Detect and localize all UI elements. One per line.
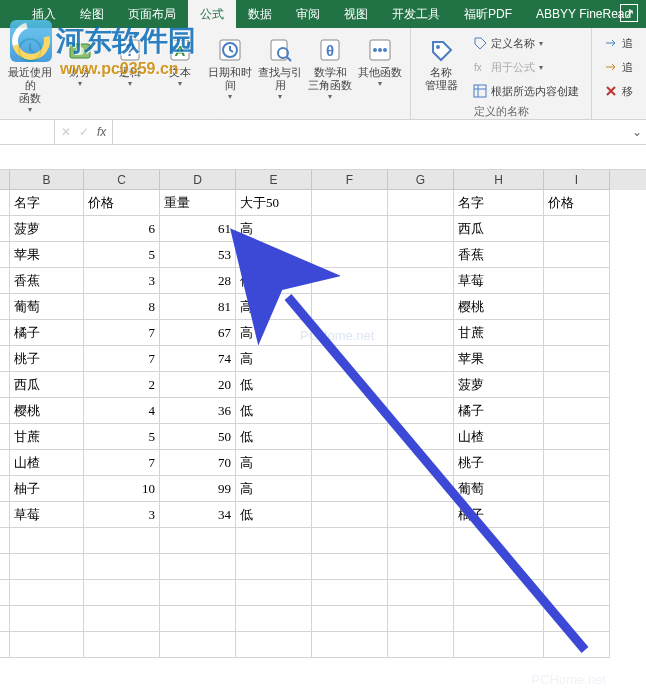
tab-developer[interactable]: 开发工具 — [380, 0, 452, 28]
cell[interactable]: 名字 — [10, 190, 84, 216]
spreadsheet-grid[interactable]: B C D E F G H I 名字价格重量大于50名字价格菠萝661高西瓜苹果… — [0, 170, 646, 658]
tab-formulas[interactable]: 公式 — [188, 0, 236, 28]
cell[interactable] — [312, 346, 388, 372]
cell[interactable] — [544, 294, 610, 320]
cell[interactable] — [160, 632, 236, 658]
cell[interactable] — [0, 502, 10, 528]
cell[interactable]: 柚子 — [454, 502, 544, 528]
cell[interactable]: 50 — [160, 424, 236, 450]
cell[interactable]: 桃子 — [10, 346, 84, 372]
cell[interactable] — [236, 528, 312, 554]
cell[interactable] — [454, 528, 544, 554]
cell[interactable] — [0, 632, 10, 658]
cell[interactable]: 高 — [236, 450, 312, 476]
col-header-B[interactable]: B — [10, 170, 84, 190]
cell[interactable] — [312, 398, 388, 424]
cell[interactable]: 34 — [160, 502, 236, 528]
cell[interactable] — [0, 398, 10, 424]
cell[interactable] — [454, 606, 544, 632]
cell[interactable] — [388, 580, 454, 606]
cell[interactable]: 53 — [160, 242, 236, 268]
tab-draw[interactable]: 绘图 — [68, 0, 116, 28]
cell[interactable]: 28 — [160, 268, 236, 294]
cell[interactable] — [544, 242, 610, 268]
cell[interactable]: 高 — [236, 476, 312, 502]
cell[interactable] — [544, 268, 610, 294]
cell[interactable] — [0, 476, 10, 502]
cancel-icon[interactable]: ✕ — [61, 125, 71, 139]
cell[interactable] — [388, 502, 454, 528]
financial-button[interactable]: 财务 ▾ — [56, 32, 104, 116]
cell[interactable] — [0, 424, 10, 450]
cell[interactable] — [0, 450, 10, 476]
cell[interactable] — [454, 632, 544, 658]
cell[interactable]: 5 — [84, 424, 160, 450]
cell[interactable] — [160, 606, 236, 632]
cell[interactable]: 葡萄 — [454, 476, 544, 502]
fx-icon[interactable]: fx — [97, 125, 106, 139]
cell[interactable]: 山楂 — [10, 450, 84, 476]
col-header-gutter[interactable] — [0, 170, 10, 190]
cell[interactable] — [0, 294, 10, 320]
cell[interactable] — [312, 476, 388, 502]
cell[interactable] — [0, 216, 10, 242]
cell[interactable]: 甘蔗 — [454, 320, 544, 346]
cell[interactable]: 61 — [160, 216, 236, 242]
cell[interactable] — [0, 320, 10, 346]
cell[interactable]: 山楂 — [454, 424, 544, 450]
expand-formula-bar-icon[interactable]: ⌄ — [628, 125, 646, 139]
cell[interactable]: 西瓜 — [10, 372, 84, 398]
cell[interactable] — [10, 580, 84, 606]
cell[interactable] — [312, 528, 388, 554]
cell[interactable]: 桃子 — [454, 450, 544, 476]
cell[interactable] — [544, 632, 610, 658]
col-header-C[interactable]: C — [84, 170, 160, 190]
create-from-selection-button[interactable]: 根据所选内容创建 — [467, 80, 585, 102]
cell[interactable] — [544, 372, 610, 398]
cell[interactable]: 高 — [236, 346, 312, 372]
cell[interactable]: 香蕉 — [10, 268, 84, 294]
cell[interactable]: 草莓 — [454, 268, 544, 294]
cell[interactable] — [388, 190, 454, 216]
cell[interactable]: 低 — [236, 502, 312, 528]
cell[interactable]: 甘蔗 — [10, 424, 84, 450]
cell[interactable] — [84, 606, 160, 632]
cell[interactable] — [0, 190, 10, 216]
col-header-F[interactable]: F — [312, 170, 388, 190]
cell[interactable] — [544, 216, 610, 242]
cell[interactable]: 7 — [84, 450, 160, 476]
cell[interactable] — [160, 554, 236, 580]
cell[interactable] — [544, 450, 610, 476]
cell[interactable]: 6 — [84, 216, 160, 242]
tab-review[interactable]: 审阅 — [284, 0, 332, 28]
trace-dependents-button[interactable]: 追 — [598, 56, 639, 78]
cell[interactable]: 价格 — [84, 190, 160, 216]
recent-functions-button[interactable]: 最近使用的 函数 ▾ — [6, 32, 54, 116]
cell[interactable] — [10, 554, 84, 580]
cell[interactable] — [10, 606, 84, 632]
confirm-icon[interactable]: ✓ — [79, 125, 89, 139]
cell[interactable] — [388, 606, 454, 632]
cell[interactable] — [544, 554, 610, 580]
col-header-I[interactable]: I — [544, 170, 610, 190]
cell[interactable]: 高 — [236, 320, 312, 346]
cell[interactable] — [0, 554, 10, 580]
remove-arrows-button[interactable]: 移 — [598, 80, 639, 102]
cell[interactable]: 草莓 — [10, 502, 84, 528]
cell[interactable] — [388, 346, 454, 372]
cell[interactable] — [544, 502, 610, 528]
cell[interactable] — [544, 346, 610, 372]
name-manager-button[interactable]: 名称 管理器 — [417, 32, 465, 102]
cell[interactable] — [312, 242, 388, 268]
cell[interactable]: 樱桃 — [454, 294, 544, 320]
cell[interactable]: 3 — [84, 502, 160, 528]
cell[interactable]: 重量 — [160, 190, 236, 216]
cell[interactable] — [236, 554, 312, 580]
cell[interactable] — [0, 372, 10, 398]
cell[interactable] — [388, 372, 454, 398]
define-name-button[interactable]: 定义名称 ▾ — [467, 32, 585, 54]
tab-page-layout[interactable]: 页面布局 — [116, 0, 188, 28]
cell[interactable] — [84, 632, 160, 658]
cell[interactable] — [312, 216, 388, 242]
cell[interactable] — [454, 554, 544, 580]
